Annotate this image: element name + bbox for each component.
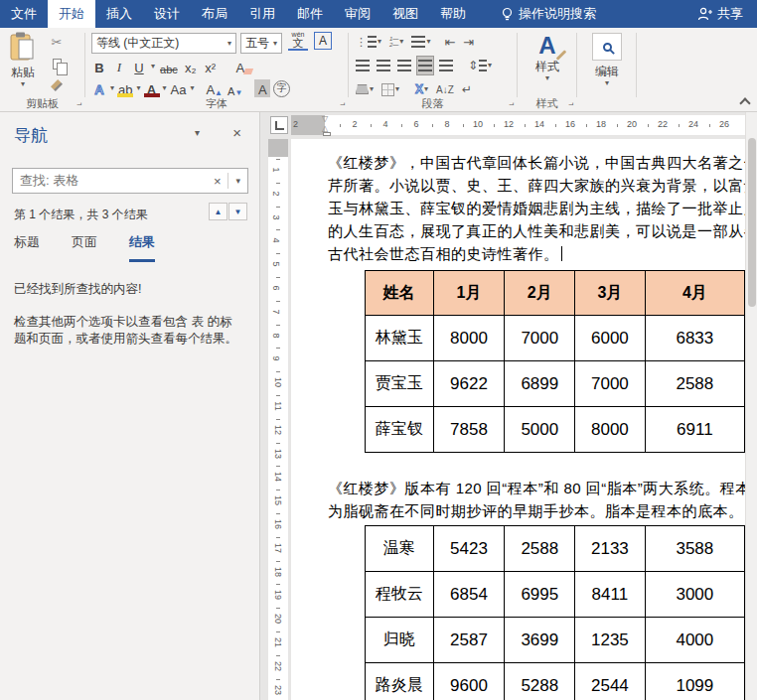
header-cell[interactable]: 姓名 — [366, 271, 434, 316]
align-center-button[interactable] — [376, 57, 391, 74]
sales-table-1[interactable]: 姓名 1月 2月 3月 4月 林黛玉 8000 7000 6000 6833 — [365, 270, 745, 453]
table-cell[interactable]: 2588 — [645, 361, 744, 407]
change-case-button[interactable]: Aa — [170, 79, 188, 97]
tab-stop-selector[interactable] — [270, 116, 288, 134]
tab-layout[interactable]: 布局 — [191, 0, 238, 28]
table-cell[interactable]: 2587 — [433, 618, 505, 663]
table-cell[interactable]: 3000 — [645, 572, 744, 618]
chevron-down-icon[interactable]: ▾ — [151, 64, 155, 70]
bold-button[interactable]: B — [91, 58, 107, 75]
table-cell[interactable]: 4000 — [645, 618, 744, 663]
nav-options-chevron-icon[interactable]: ▾ — [195, 130, 200, 136]
distribute-button[interactable] — [438, 57, 454, 74]
character-shading-button[interactable]: A — [254, 79, 270, 97]
clear-formatting-button[interactable]: A — [232, 58, 248, 75]
dialog-launcher-icon[interactable]: ⌐ — [340, 100, 345, 110]
font-name-select[interactable]: 等线 (中文正文) ▾ — [91, 33, 236, 54]
phonetic-guide-button[interactable]: wén 文 — [288, 31, 308, 55]
table-cell[interactable]: 2588 — [505, 526, 575, 572]
table-cell[interactable]: 5000 — [505, 407, 575, 453]
format-painter-button[interactable] — [48, 77, 66, 93]
table-cell[interactable]: 6899 — [505, 361, 575, 407]
line-spacing-button[interactable]: ⇕▾ — [467, 57, 493, 74]
table-cell[interactable]: 9600 — [433, 663, 505, 700]
table-cell[interactable]: 归晓 — [366, 618, 434, 663]
table-cell[interactable]: 薛宝钗 — [366, 407, 434, 453]
first-line-indent-marker[interactable]: ▽ — [322, 114, 328, 123]
table-cell[interactable]: 6854 — [433, 572, 505, 618]
previous-result-button[interactable]: ▲ — [209, 203, 227, 220]
table-cell[interactable]: 5423 — [433, 526, 505, 572]
tab-review[interactable]: 审阅 — [334, 0, 381, 28]
subscript-button[interactable]: x₂ — [183, 58, 199, 75]
align-right-button[interactable] — [396, 57, 412, 74]
table-cell[interactable]: 6995 — [505, 572, 575, 618]
nav-tab-results[interactable]: 结果 — [129, 233, 155, 262]
search-options-chevron-icon[interactable]: ▾ — [228, 176, 247, 186]
styles-button[interactable]: A 样式 ▾ — [526, 33, 569, 102]
table-cell[interactable]: 3588 — [645, 526, 744, 572]
chevron-down-icon[interactable]: ▾ — [190, 85, 194, 91]
font-size-select[interactable]: 五号 ▾ — [240, 33, 282, 54]
table-cell[interactable]: 7000 — [575, 361, 646, 407]
table-cell[interactable]: 2133 — [575, 526, 646, 572]
highlight-color-button[interactable]: ab — [117, 79, 133, 97]
tab-insert[interactable]: 插入 — [95, 0, 143, 28]
table-cell[interactable]: 8411 — [575, 572, 646, 618]
dialog-launcher-icon[interactable]: ⌐ — [568, 100, 573, 110]
share-button[interactable]: 共享 — [683, 0, 757, 28]
table-cell[interactable]: 5288 — [505, 663, 575, 700]
table-cell[interactable]: 程牧云 — [366, 572, 434, 618]
header-cell[interactable]: 3月 — [575, 271, 646, 316]
numbering-button[interactable]: 1—2—▾ — [388, 33, 404, 51]
table-cell[interactable]: 温寒 — [366, 526, 434, 572]
header-cell[interactable]: 2月 — [505, 271, 575, 316]
header-cell[interactable]: 1月 — [433, 271, 505, 316]
left-indent-marker[interactable] — [323, 132, 331, 136]
tab-help[interactable]: 帮助 — [429, 0, 477, 28]
justify-button[interactable] — [417, 57, 433, 74]
collapse-ribbon-button[interactable] — [740, 96, 749, 105]
table-cell[interactable]: 9622 — [433, 361, 505, 407]
table-cell[interactable]: 贾宝玉 — [366, 361, 434, 407]
table-cell[interactable]: 林黛玉 — [366, 316, 434, 361]
tab-home[interactable]: 开始 — [48, 0, 95, 28]
grow-font-button[interactable]: A▲ — [205, 79, 224, 97]
vertical-scrollbar[interactable] — [745, 112, 757, 700]
nav-close-button[interactable]: × — [232, 124, 241, 141]
table-cell[interactable]: 路炎晨 — [366, 663, 434, 700]
table-cell[interactable]: 1235 — [575, 618, 646, 663]
character-border-button[interactable]: A — [314, 32, 332, 50]
nav-tab-pages[interactable]: 页面 — [72, 233, 97, 262]
increase-indent-button[interactable]: ⇥ — [462, 33, 475, 51]
vertical-ruler[interactable]: 1234567891011121314151617181920212223 — [268, 139, 288, 700]
tab-view[interactable]: 视图 — [381, 0, 429, 28]
document-page[interactable]: 《红楼梦》，中国古代章回体长篇小说，中国古典四大名著之一 芹所著。小说以贾、史、… — [291, 139, 745, 700]
dialog-launcher-icon[interactable]: ⌐ — [76, 100, 81, 110]
tab-references[interactable]: 引用 — [238, 0, 286, 28]
decrease-indent-button[interactable]: ⇤ — [443, 33, 456, 51]
multilevel-list-button[interactable]: ▾ — [410, 33, 431, 51]
chevron-down-icon[interactable]: ▾ — [136, 85, 140, 91]
tell-me-search[interactable]: 操作说明搜索 — [491, 0, 606, 28]
tab-file[interactable]: 文件 — [0, 0, 48, 28]
tab-design[interactable]: 设计 — [143, 0, 191, 28]
sales-table-2[interactable]: 温寒 5423 2588 2133 3588 程牧云 6854 6995 841… — [365, 525, 745, 700]
horizontal-ruler[interactable]: 2 2468101214161820222426 ▽ △ — [291, 115, 745, 135]
table-cell[interactable]: 3699 — [505, 618, 575, 663]
table-cell[interactable]: 8000 — [575, 407, 646, 453]
table-cell[interactable]: 1099 — [645, 663, 744, 700]
tab-mailings[interactable]: 邮件 — [286, 0, 334, 28]
underline-button[interactable]: U — [131, 58, 147, 75]
table-cell[interactable]: 7858 — [433, 407, 505, 453]
search-input[interactable]: 查找: 表格 × ▾ — [12, 168, 248, 194]
strikethrough-button[interactable]: abc — [159, 58, 179, 75]
bullets-button[interactable]: ⋮▾ — [355, 33, 382, 51]
paste-button[interactable]: 粘贴 ▾ — [5, 32, 41, 97]
chevron-down-icon[interactable]: ▾ — [163, 85, 167, 91]
editing-button[interactable]: 编辑 ▾ — [585, 33, 629, 102]
table-cell[interactable]: 6911 — [645, 407, 744, 453]
table-cell[interactable]: 8000 — [433, 316, 505, 361]
nav-tab-headings[interactable]: 标题 — [14, 233, 40, 262]
text-effects-button[interactable]: A — [91, 79, 107, 97]
